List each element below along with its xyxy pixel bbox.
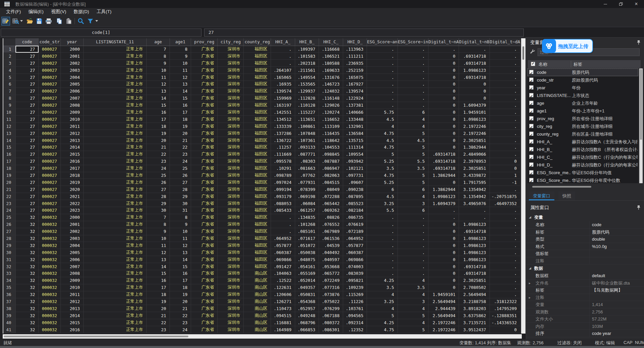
grid-cell[interactable]: 5 (398, 179, 428, 186)
browse-dropdown-arrow[interactable] (20, 20, 23, 22)
grid-cell[interactable]: 25 (146, 172, 170, 179)
grid-cell[interactable]: .264107 (271, 67, 295, 74)
grid-cell[interactable]: .115227 (295, 109, 319, 116)
grid-cell[interactable]: .124032 (319, 88, 343, 95)
grid-cell[interactable]: .69314718 (459, 53, 490, 60)
grid-cell[interactable]: 深圳市 (218, 263, 244, 270)
grid-cell[interactable]: 18 (170, 116, 191, 123)
grid-cell[interactable]: 深圳市 (218, 95, 244, 102)
grid-cell[interactable]: 2004 (60, 242, 83, 249)
grid-cell[interactable]: . (490, 207, 520, 214)
grid-cell[interactable]: 正常上市 (83, 102, 146, 109)
row-number[interactable]: 12 (3, 123, 15, 130)
grid-cell[interactable]: .139574 (343, 88, 367, 95)
row-number[interactable]: 19 (3, 172, 15, 179)
grid-cell[interactable]: 深圳市 (218, 137, 244, 144)
grid-cell[interactable]: 5.25 (367, 158, 398, 165)
grid-cell[interactable]: 21 (170, 305, 191, 312)
grid-cell[interactable]: 正常上市 (83, 193, 146, 200)
close-button[interactable]: × (629, 0, 644, 8)
properties-section-header[interactable]: 变量 (526, 213, 644, 221)
grid-cell[interactable]: 2005 (60, 249, 83, 256)
select-all-checkbox-icon[interactable] (531, 62, 535, 66)
grid-cell[interactable]: 11 (146, 74, 170, 81)
grid-cell[interactable]: .101583 (295, 53, 319, 60)
grid-cell[interactable]: 27 (15, 130, 39, 137)
grid-cell[interactable]: .14795209 (490, 305, 520, 312)
row-number[interactable]: 13 (3, 130, 15, 137)
grid-cell[interactable]: 南山区 (244, 326, 271, 333)
grid-cell[interactable]: 4 (398, 193, 428, 200)
grid-cell[interactable]: 2008 (60, 270, 83, 277)
grid-cell[interactable]: 2002 (60, 60, 83, 67)
grid-cell[interactable]: . (367, 242, 398, 249)
grid-cell[interactable]: .69314718 (459, 228, 490, 235)
grid-cell[interactable]: .07762 (295, 172, 319, 179)
grid-cell[interactable]: 000027 (39, 172, 61, 179)
grid-cell[interactable]: 3.7135721 (459, 319, 490, 326)
grid-cell[interactable]: 27 (15, 95, 39, 102)
grid-cell[interactable]: 6 (398, 109, 428, 116)
grid-cell[interactable]: .126271 (271, 298, 295, 305)
grid-cell[interactable]: 0 (428, 242, 459, 249)
grid-cell[interactable]: 0 (428, 249, 459, 256)
checkbox-checked-icon[interactable] (529, 178, 534, 182)
grid-cell[interactable]: 9 (146, 60, 170, 67)
grid-cell[interactable]: 福田区 (244, 95, 271, 102)
grid-cell[interactable]: .11257 (271, 144, 295, 151)
grid-cell[interactable]: 11 (170, 235, 191, 242)
column-header[interactable]: Digital_t~nB (459, 38, 490, 46)
grid-cell[interactable]: .116652 (319, 116, 343, 123)
grid-cell[interactable]: 正常上市 (83, 326, 146, 333)
grid-cell[interactable]: .134512 (271, 116, 295, 123)
column-header[interactable]: HHI_A_ (271, 38, 295, 46)
grid-cell[interactable]: .137286 (271, 130, 295, 137)
grid-cell[interactable]: 深圳市 (218, 102, 244, 109)
grid-cell[interactable]: .084515 (319, 179, 343, 186)
grid-cell[interactable]: . (490, 95, 520, 102)
grid-cell[interactable]: .095821 (343, 277, 367, 284)
grid-cell[interactable]: 16 (146, 109, 170, 116)
grid-cell[interactable]: .072249 (319, 277, 343, 284)
grid-cell[interactable]: . (271, 228, 295, 235)
grid-cell[interactable]: . (367, 60, 398, 67)
edit-mode-button[interactable] (1, 17, 10, 26)
grid-cell[interactable]: 1.0986123 (459, 242, 490, 249)
grid-cell[interactable]: 深圳市 (218, 193, 244, 200)
grid-cell[interactable]: 正常上市 (83, 207, 146, 214)
grid-cell[interactable]: .116148 (319, 95, 343, 102)
grid-cell[interactable]: 3.2188758 (459, 298, 490, 305)
grid-cell[interactable]: 正常上市 (83, 305, 146, 312)
grid-cell[interactable]: 广东省 (191, 319, 218, 326)
grid-cell[interactable]: . (398, 228, 428, 235)
grid-cell[interactable]: 24 (146, 165, 170, 172)
grid-cell[interactable]: 000032 (39, 263, 61, 270)
grid-cell[interactable]: 福田区 (244, 207, 271, 214)
grid-cell[interactable]: .180588 (319, 60, 343, 67)
menu-item-tools[interactable]: 工具(T) (97, 8, 111, 15)
grid-cell[interactable]: 27 (15, 123, 39, 130)
grid-cell[interactable]: 5.5 (398, 158, 428, 165)
grid-cell[interactable]: 27 (15, 109, 39, 116)
grid-cell[interactable]: 10 (170, 60, 191, 67)
grid-cell[interactable]: 18 (146, 291, 170, 298)
grid-cell[interactable]: 正常上市 (83, 95, 146, 102)
restore-button[interactable] (613, 0, 629, 8)
grid-cell[interactable]: 广东省 (191, 256, 218, 263)
grid-cell[interactable]: 27 (15, 200, 39, 207)
grid-cell[interactable]: 福田区 (244, 144, 271, 151)
upload-overlay[interactable]: 拖拽至此上传 (542, 39, 593, 53)
variables-list-header[interactable]: 名称 标签 (527, 60, 641, 68)
grid-cell[interactable]: 2011 (60, 291, 83, 298)
grid-cell[interactable]: 3.5 (367, 165, 398, 172)
grid-cell[interactable]: . (367, 81, 398, 88)
grid-cell[interactable]: 27 (15, 46, 39, 53)
grid-cell[interactable]: .060387 (271, 249, 295, 256)
row-number[interactable]: 21 (3, 186, 15, 193)
grid-cell[interactable]: . (398, 263, 428, 270)
property-row[interactable]: 注释 (526, 257, 644, 265)
grid-cell[interactable]: .252159 (343, 67, 367, 74)
property-row[interactable]: 内存103M (526, 323, 644, 330)
grid-cell[interactable]: 0 (428, 116, 459, 123)
grid-cell[interactable]: 2.3025851 (459, 165, 490, 172)
